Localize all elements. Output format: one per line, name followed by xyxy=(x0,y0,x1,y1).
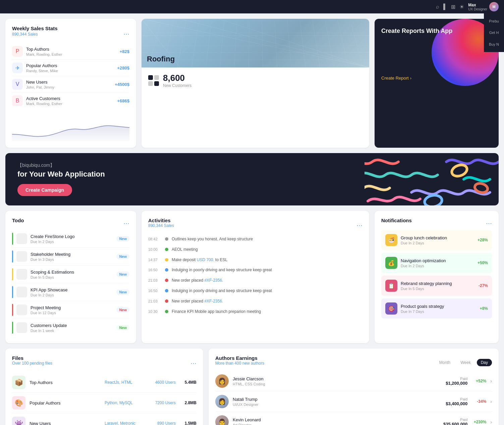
search-icon[interactable]: ⌕ xyxy=(436,4,439,10)
author-earnings: Paid $3,400,000 xyxy=(446,397,467,406)
stats-value: +280$ xyxy=(117,65,129,70)
todo-color-bar xyxy=(12,304,13,316)
todo-thumb xyxy=(16,304,27,315)
author-earnings: Paid $1,200,000 xyxy=(446,377,467,386)
user-profile[interactable]: Max UX Designer M xyxy=(468,2,499,11)
author-amount: $35,600,000 xyxy=(443,422,467,425)
side-panel-item-buyn[interactable]: Buy N xyxy=(489,42,499,47)
todo-name: Create FireStone Logo xyxy=(31,234,116,239)
file-icon-new-users: 👾 xyxy=(12,417,25,425)
author-pct: -34% xyxy=(471,399,486,404)
deposit-link[interactable]: USD 700. xyxy=(197,257,214,262)
period-month-button[interactable]: Month xyxy=(435,359,454,366)
svg-point-9 xyxy=(424,194,443,205)
weekly-sales-title: Weekly Sales Stats xyxy=(12,26,58,31)
todo-info: Scoping & Estimations Due In 5 Days xyxy=(31,270,116,279)
stats-item: P Top Authors Mark, Rowling, Esther +82$ xyxy=(12,43,129,60)
nc-squares xyxy=(148,75,159,86)
notif-icon-lunch: 🍜 xyxy=(385,234,397,246)
activity-text: New order placed #XF-2356. xyxy=(172,298,223,304)
notif-item: 🎯 Product goals strategy Due In 7 Days +… xyxy=(381,298,492,319)
notif-item: 🍜 Group lunch celebration Due In 2 Days … xyxy=(381,230,492,250)
notif-due: Due In 7 Days xyxy=(401,310,477,314)
period-day-button[interactable]: Day xyxy=(477,359,492,366)
row-bottom: Files Over 100 pending files ⋯ 📦 Top Aut… xyxy=(5,348,499,425)
authors-list: 👩 Jessie Clarcson HTML, CSS Coding Paid … xyxy=(215,371,492,425)
todo-name: Stakeholder Meeting xyxy=(31,252,116,257)
order-link-2[interactable]: #XF-2356. xyxy=(204,299,223,303)
todo-color-bar xyxy=(12,268,13,280)
todo-card: Todo ⋯ Create FireStone Logo Due In 2 Da… xyxy=(5,211,136,343)
brightness-icon[interactable]: ☀ xyxy=(459,4,464,10)
file-tags: Laravel, Metronic xyxy=(105,421,145,425)
todo-due: Due In 1 week xyxy=(31,329,116,333)
todo-badge: New xyxy=(116,254,129,259)
file-tags: Python, MySQL xyxy=(105,400,145,405)
todo-due: Due In 2 Days xyxy=(31,293,116,297)
new-customers-section: 8,600 New Customers xyxy=(142,67,369,93)
notif-name: Group lunch celebration xyxy=(401,235,474,240)
author-info: Natali Trump UI/UX Designer xyxy=(233,397,442,407)
notif-due: Due In 2 Days xyxy=(401,264,474,268)
stats-name: Popular Authors xyxy=(26,63,117,68)
side-panel-item-geth[interactable]: Get H xyxy=(489,30,499,35)
stats-value: +82$ xyxy=(120,49,129,54)
activity-time: 08:42 xyxy=(148,237,162,241)
grid-icon[interactable]: ⊞ xyxy=(451,4,455,10)
file-name: Top Authors xyxy=(30,380,101,385)
file-users: 7200 Users xyxy=(149,400,176,405)
file-users: 4600 Users xyxy=(149,380,176,385)
activity-dot xyxy=(165,268,168,272)
stats-value: +4500$ xyxy=(115,82,129,87)
author-detail-arrow[interactable]: › xyxy=(490,419,492,425)
activity-time: 16:50 xyxy=(148,289,162,293)
order-link[interactable]: #XF-2356. xyxy=(204,278,223,283)
author-detail-arrow[interactable]: › xyxy=(490,399,492,404)
activity-time: 16:50 xyxy=(148,268,162,272)
activity-dot xyxy=(165,237,168,241)
author-paid-label: Paid xyxy=(446,397,467,401)
stats-name: New Users xyxy=(26,80,115,85)
new-users-icon: V xyxy=(12,79,23,90)
todo-thumb xyxy=(16,322,27,333)
author-info: Kevin Leonard Art Director xyxy=(233,417,439,425)
create-report-link[interactable]: Create Report › xyxy=(381,76,492,81)
stats-info: New Users John, Pat, Jimmy xyxy=(26,80,115,89)
notif-icon-rebrand: 📋 xyxy=(385,280,397,292)
todo-badge: New xyxy=(116,325,129,330)
notif-name: Navigation optimization xyxy=(401,258,474,263)
notif-menu[interactable]: ⋯ xyxy=(486,220,492,227)
todo-due: Due In 12 Days xyxy=(31,311,116,315)
todo-color-bar xyxy=(12,233,13,245)
activity-text: Finance KPI Mobile app launch preparion … xyxy=(172,309,261,315)
user-avatar[interactable]: M xyxy=(489,2,499,11)
stats-info: Active Customers Mark, Rowling, Esther xyxy=(26,96,117,106)
notification-icon[interactable]: ▌ xyxy=(443,4,447,10)
roofing-title: Roofing xyxy=(147,55,175,63)
author-pct: +230% xyxy=(471,420,486,424)
activity-time: 21:03 xyxy=(148,278,162,282)
author-avatar-natali: 👩 xyxy=(215,395,229,408)
files-menu[interactable]: ⋯ xyxy=(190,360,197,367)
file-size: 5.4MB xyxy=(180,380,197,385)
todo-badge: New xyxy=(116,272,129,277)
todo-color-bar xyxy=(12,286,13,298)
activity-item: 21:03 New order placed #XF-2356. xyxy=(148,275,362,286)
file-name: New Users xyxy=(30,421,101,425)
activity-time: 10:30 xyxy=(148,310,162,314)
author-detail-arrow[interactable]: › xyxy=(490,378,492,384)
weekly-sales-menu[interactable]: ⋯ xyxy=(123,30,129,38)
stats-list: P Top Authors Mark, Rowling, Esther +82$… xyxy=(12,43,129,109)
roofing-image: Roofing xyxy=(142,19,369,67)
user-role: UX Designer xyxy=(468,7,487,11)
create-campaign-button[interactable]: Create Campaign xyxy=(17,184,72,196)
activity-item: 08:42 Outlines keep you honest. And keep… xyxy=(148,234,362,244)
notif-icon-goals: 🎯 xyxy=(385,302,397,315)
author-item: 👨 Kevin Leonard Art Director Paid $35,60… xyxy=(215,412,492,425)
period-week-button[interactable]: Week xyxy=(456,359,474,366)
campaign-decoration xyxy=(365,153,499,205)
side-panel: Prebu Get H Buy N xyxy=(484,13,504,52)
side-panel-item-prebu[interactable]: Prebu xyxy=(489,19,499,23)
todo-menu[interactable]: ⋯ xyxy=(123,220,129,227)
activities-menu[interactable]: ⋯ xyxy=(356,222,362,229)
